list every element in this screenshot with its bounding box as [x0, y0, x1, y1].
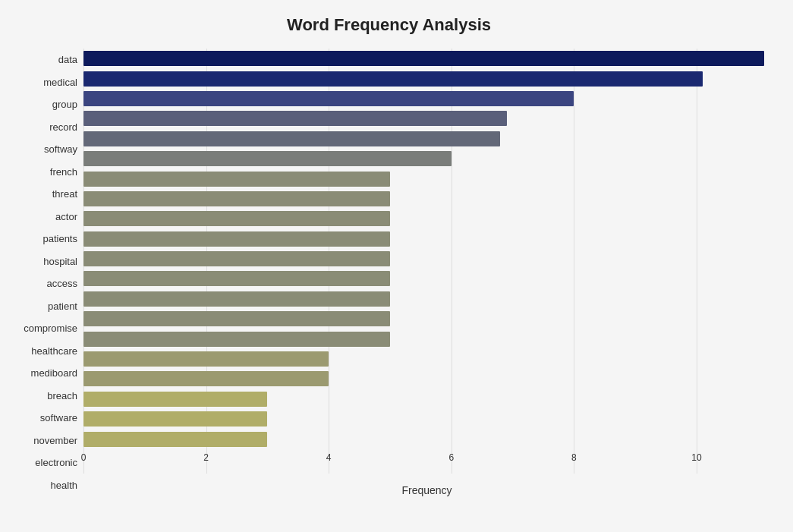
bar-healthcare [83, 311, 390, 326]
bar-row [83, 249, 770, 269]
bar-row [83, 169, 770, 189]
chart-container: Word Frequency Analysis datamedicalgroup… [0, 0, 793, 532]
bar-group [83, 91, 574, 106]
x-tick: 6 [448, 452, 454, 463]
bar-row [83, 209, 770, 228]
bar-french [83, 151, 452, 166]
bar-row [83, 289, 770, 309]
y-label-threat: threat [8, 184, 77, 204]
bar-record [83, 111, 507, 126]
y-label-patients: patients [8, 229, 77, 249]
y-labels: datamedicalgrouprecordsoftwayfrenchthrea… [8, 49, 83, 496]
bar-software [83, 371, 329, 386]
y-label-software: software [8, 408, 77, 428]
bar-row [83, 309, 770, 329]
y-label-group: group [8, 95, 77, 115]
bar-hospital [83, 231, 390, 247]
bar-softway [83, 131, 500, 146]
x-tick: 4 [326, 452, 332, 463]
y-label-hospital: hospital [8, 251, 77, 271]
bar-patients [83, 211, 390, 226]
bar-row [83, 349, 770, 369]
bar-row [83, 409, 770, 429]
bar-health [83, 432, 267, 447]
y-label-french: french [8, 162, 77, 181]
y-label-compromise: compromise [8, 319, 77, 338]
x-tick: 10 [691, 452, 701, 463]
bar-mediboard [83, 332, 390, 347]
x-axis-label: Frequency [83, 484, 770, 496]
y-label-breach: breach [8, 386, 77, 405]
bar-breach [83, 351, 329, 367]
y-label-softway: softway [8, 140, 77, 159]
chart-title: Word Frequency Analysis [8, 15, 770, 35]
y-label-november: november [8, 430, 77, 450]
y-label-patient: patient [8, 296, 77, 316]
x-tick: 2 [203, 452, 209, 463]
bar-row [83, 189, 770, 209]
bar-row [83, 369, 770, 389]
bar-row [83, 109, 770, 128]
x-tick: 8 [571, 452, 577, 463]
y-label-access: access [8, 274, 77, 294]
y-label-record: record [8, 117, 77, 137]
bar-row [83, 430, 770, 449]
y-label-healthcare: healthcare [8, 341, 77, 360]
bar-row [83, 149, 770, 168]
bar-compromise [83, 291, 390, 307]
bar-row [83, 129, 770, 149]
bar-row [83, 89, 770, 109]
bar-row [83, 389, 770, 409]
y-label-data: data [8, 50, 77, 70]
bar-row [83, 49, 770, 68]
bar-patient [83, 271, 390, 286]
chart-area: datamedicalgrouprecordsoftwayfrenchthrea… [8, 49, 770, 496]
x-tick: 0 [81, 452, 87, 463]
y-label-mediboard: mediboard [8, 364, 77, 383]
bar-row [83, 229, 770, 249]
y-label-actor: actor [8, 206, 77, 226]
bar-threat [83, 172, 390, 187]
bar-actor [83, 191, 390, 206]
y-label-electronic: electronic [8, 453, 77, 473]
bar-electronic [83, 411, 267, 427]
y-label-medical: medical [8, 72, 77, 92]
bar-november [83, 392, 267, 407]
y-label-health: health [8, 475, 77, 495]
bar-data [83, 51, 764, 66]
bar-row [83, 329, 770, 349]
bar-medical [83, 71, 703, 87]
bars-and-grid: 0246810 Frequency [83, 49, 770, 496]
x-axis: 0246810 [83, 452, 770, 467]
bar-row [83, 69, 770, 89]
bar-access [83, 251, 390, 266]
bar-row [83, 269, 770, 288]
bars-wrapper [83, 49, 770, 449]
